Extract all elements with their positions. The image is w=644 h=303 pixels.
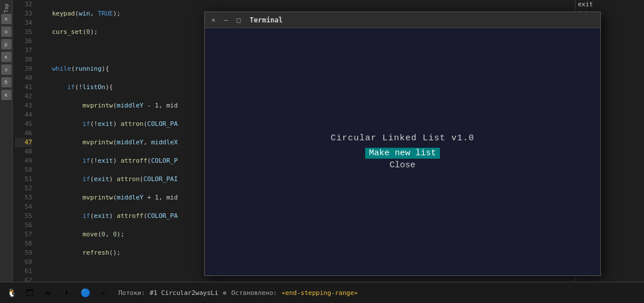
terminal-titlebar: × − □ Terminal [205,12,600,28]
menu-item-make-new-list[interactable]: Make new list [365,148,439,159]
status-value: «end-stepping-range» [282,289,358,297]
terminal-body: Circular Linked List v1.0 Make new list … [205,28,600,275]
minimize-button[interactable]: − [222,16,230,24]
sidebar-icon-o[interactable]: о [1,26,12,37]
taskbar-status: Потоки: #1 Circular2waysLi ⊕ Остановлено… [118,289,641,297]
close-button[interactable]: × [209,16,217,24]
right-line-exit: exit [578,0,642,9]
terminal-title: Terminal [250,16,596,24]
terminal-menu: Circular Linked List v1.0 Make new list … [331,133,474,171]
terminal-window: × − □ Terminal Circular Linked List v1.0… [204,11,601,276]
taskbar-icon-down[interactable]: ⬇ [59,285,75,301]
left-sidebar: Top л о р к з б к [0,0,13,282]
taskbar: 🐧 🗔 ⇆ ⬇ 🔵 ← Потоки: #1 Circular2waysLi ⊕… [0,282,644,303]
taskbar-icon-back[interactable]: ← [95,285,112,301]
sidebar-icon-k2[interactable]: к [1,90,12,100]
top-label: Top [3,3,9,13]
sidebar-icon-b[interactable]: б [1,77,12,87]
thread-label: Потоки: [118,289,145,297]
taskbar-icon-circle[interactable]: 🔵 [77,285,93,301]
sidebar-icon-z[interactable]: з [1,64,12,75]
sidebar-icon-k[interactable]: к [1,52,12,62]
thread-value: #1 Circular2waysLi [150,289,218,297]
menu-title: Circular Linked List v1.0 [331,133,474,143]
taskbar-icon-window[interactable]: 🗔 [22,285,38,301]
taskbar-icon-penguin[interactable]: 🐧 [3,285,20,301]
separator-icon: ⊕ [223,289,227,297]
sidebar-icon-r[interactable]: р [1,39,12,49]
line-numbers: 32 33 34 35 36 37 38 39 40 41 42 43 44 4… [13,0,34,282]
taskbar-icon-switch[interactable]: ⇆ [40,285,56,301]
sidebar-icon-lo[interactable]: л [1,14,12,24]
maximize-button[interactable]: □ [235,16,243,24]
status-label: Остановлено: [231,289,277,297]
menu-item-close[interactable]: Close [331,160,474,171]
